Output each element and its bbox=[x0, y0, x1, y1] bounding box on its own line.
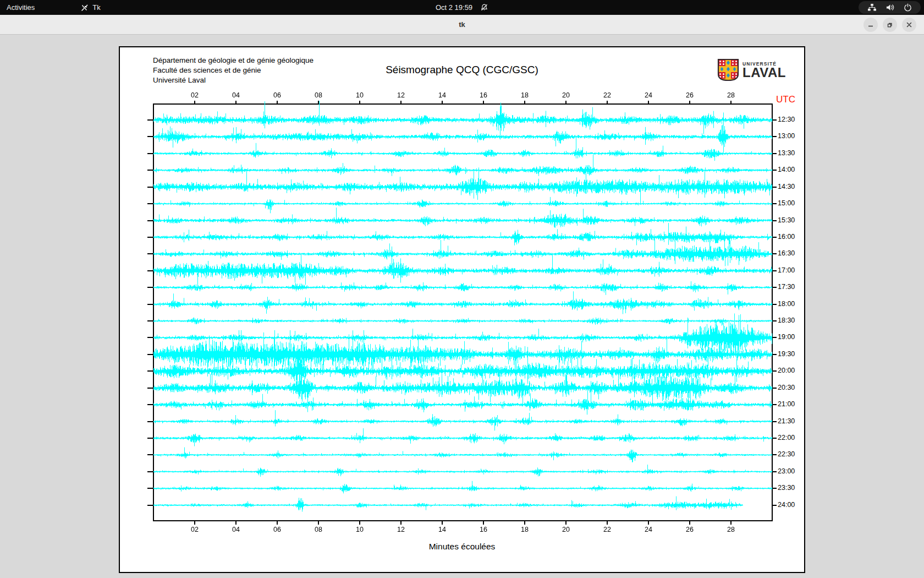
x-tick-mark-bottom bbox=[359, 521, 360, 525]
y-tick-mark-right bbox=[772, 304, 777, 305]
utc-time-label: 16:00 bbox=[778, 233, 795, 241]
seismogram-traces bbox=[153, 94, 772, 528]
x-tick-label-top: 08 bbox=[315, 91, 322, 99]
x-tick-mark-bottom bbox=[277, 521, 278, 525]
y-tick-mark-right bbox=[772, 404, 777, 405]
x-tick-mark-bottom bbox=[730, 521, 732, 525]
y-tick-mark-left bbox=[147, 388, 153, 389]
y-tick-mark-left bbox=[147, 203, 153, 204]
y-tick-mark-left bbox=[147, 370, 153, 372]
x-tick-label-bottom: 10 bbox=[356, 526, 364, 533]
y-tick-mark-right bbox=[772, 287, 777, 288]
x-tick-label-bottom: 04 bbox=[232, 526, 240, 533]
utc-time-label: 20:30 bbox=[778, 384, 795, 391]
y-tick-mark-left bbox=[147, 237, 153, 238]
notifications-muted-icon bbox=[480, 3, 488, 12]
y-tick-mark-left bbox=[147, 421, 153, 422]
network-wired-icon bbox=[867, 3, 877, 12]
y-tick-mark-right bbox=[772, 438, 777, 439]
x-tick-label-top: 12 bbox=[397, 91, 405, 99]
utc-time-label: 13:30 bbox=[778, 149, 795, 157]
y-tick-mark-right bbox=[772, 370, 777, 372]
window-titlebar[interactable]: tk bbox=[0, 15, 924, 35]
x-tick-mark-top bbox=[318, 101, 319, 105]
x-tick-label-bottom: 26 bbox=[686, 526, 694, 533]
laval-crest-icon bbox=[717, 58, 739, 81]
y-tick-mark-right bbox=[772, 337, 777, 338]
top-bar: Activities Tk Oct 2 19:59 bbox=[0, 0, 924, 15]
y-tick-mark-left bbox=[147, 153, 153, 154]
y-tick-mark-right bbox=[772, 421, 777, 422]
utc-time-label: 19:00 bbox=[778, 333, 795, 341]
y-tick-mark-right bbox=[772, 505, 777, 506]
utc-time-label: 17:00 bbox=[778, 266, 795, 274]
x-tick-mark-bottom bbox=[194, 521, 195, 525]
y-tick-mark-left bbox=[147, 187, 153, 188]
x-tick-mark-bottom bbox=[442, 521, 443, 525]
x-tick-mark-top bbox=[400, 101, 402, 105]
utc-time-label: 24:00 bbox=[778, 501, 795, 509]
x-tick-label-top: 16 bbox=[480, 91, 487, 99]
utc-time-label: 21:00 bbox=[778, 400, 795, 408]
x-tick-mark-top bbox=[648, 101, 649, 105]
quick-settings-menu[interactable] bbox=[859, 1, 921, 14]
y-tick-mark-right bbox=[772, 136, 777, 137]
x-tick-mark-bottom bbox=[483, 521, 484, 525]
x-tick-label-top: 28 bbox=[727, 91, 735, 99]
y-tick-mark-left bbox=[147, 220, 153, 221]
y-tick-mark-left bbox=[147, 287, 153, 288]
y-tick-mark-left bbox=[147, 404, 153, 405]
x-tick-mark-top bbox=[689, 101, 690, 105]
utc-time-label: 15:30 bbox=[778, 216, 795, 224]
x-tick-mark-bottom bbox=[648, 521, 649, 525]
utc-time-label: 16:30 bbox=[778, 249, 795, 257]
y-tick-mark-left bbox=[147, 471, 153, 472]
x-tick-label-bottom: 28 bbox=[727, 526, 735, 533]
utc-time-label: 20:00 bbox=[778, 367, 795, 374]
close-button[interactable] bbox=[902, 18, 916, 32]
x-tick-mark-bottom bbox=[524, 521, 525, 525]
x-tick-label-top: 18 bbox=[521, 91, 529, 99]
x-tick-label-top: 06 bbox=[273, 91, 281, 99]
x-axis-title: Minutes écoulées bbox=[120, 542, 804, 552]
y-tick-mark-right bbox=[772, 320, 777, 321]
x-tick-mark-top bbox=[442, 101, 443, 105]
x-tick-label-bottom: 20 bbox=[562, 526, 570, 533]
y-tick-mark-right bbox=[772, 354, 777, 355]
x-tick-mark-top bbox=[194, 101, 195, 105]
x-tick-label-bottom: 14 bbox=[438, 526, 446, 533]
utc-time-label: 23:00 bbox=[778, 467, 795, 475]
x-tick-mark-top bbox=[730, 101, 732, 105]
window-content: Département de géologie et de génie géol… bbox=[0, 35, 924, 578]
utc-time-label: 17:30 bbox=[778, 283, 795, 291]
utc-time-label: 14:00 bbox=[778, 166, 795, 173]
x-tick-mark-bottom bbox=[565, 521, 566, 525]
y-tick-mark-right bbox=[772, 153, 777, 154]
y-tick-mark-right bbox=[772, 203, 777, 204]
laval-logo: UNIVERSITÉ LAVAL bbox=[717, 58, 786, 81]
utc-time-label: 22:30 bbox=[778, 450, 795, 458]
y-tick-mark-left bbox=[147, 454, 153, 455]
maximize-icon bbox=[887, 21, 893, 28]
utc-time-label: 14:30 bbox=[778, 183, 795, 190]
chart-title: Séismographe QCQ (CGC/GSC) bbox=[120, 64, 804, 76]
y-tick-mark-left bbox=[147, 354, 153, 355]
x-tick-mark-top bbox=[359, 101, 360, 105]
minimize-button[interactable] bbox=[864, 18, 878, 32]
utc-time-label: 12:30 bbox=[778, 116, 795, 123]
utc-time-label: 18:30 bbox=[778, 317, 795, 324]
maximize-button[interactable] bbox=[883, 18, 897, 32]
y-tick-mark-left bbox=[147, 438, 153, 439]
x-tick-label-bottom: 22 bbox=[603, 526, 611, 533]
x-tick-label-bottom: 24 bbox=[645, 526, 652, 533]
x-tick-label-top: 10 bbox=[356, 91, 364, 99]
x-tick-mark-bottom bbox=[689, 521, 690, 525]
x-tick-label-top: 22 bbox=[603, 91, 611, 99]
clock-menu[interactable]: Oct 2 19:59 bbox=[0, 0, 924, 15]
y-tick-mark-left bbox=[147, 270, 153, 271]
x-tick-label-bottom: 18 bbox=[521, 526, 529, 533]
x-tick-mark-top bbox=[277, 101, 278, 105]
minimize-icon bbox=[867, 21, 874, 28]
y-tick-mark-left bbox=[147, 253, 153, 254]
y-tick-mark-right bbox=[772, 454, 777, 455]
